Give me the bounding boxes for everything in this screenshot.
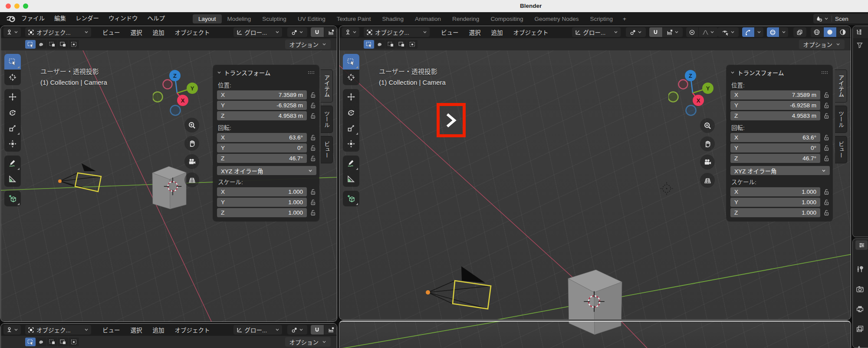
gizmos-dropdown[interactable] — [755, 27, 763, 37]
editor-type-button[interactable] — [342, 27, 359, 37]
select-mode-button-4[interactable] — [396, 40, 407, 49]
annotation-highlight-box[interactable] — [437, 103, 466, 137]
snap-toggle-button[interactable] — [649, 27, 662, 37]
select-mode-button-1[interactable] — [25, 40, 36, 49]
menu-view[interactable]: ビュー — [97, 325, 125, 334]
lock-open-icon[interactable] — [822, 112, 830, 119]
zoom-window-button[interactable] — [23, 3, 28, 9]
camera-object[interactable] — [426, 266, 491, 309]
mode-dropdown[interactable]: オブジェク... — [364, 27, 430, 37]
perspective-toggle-button[interactable] — [184, 172, 199, 187]
lock-open-icon[interactable] — [309, 155, 316, 162]
overlays-dropdown[interactable] — [779, 27, 788, 37]
select-mode-button-3[interactable] — [385, 40, 396, 49]
shading-material-button[interactable] — [837, 27, 849, 37]
rotation-mode-dropdown[interactable]: XYZ オイラー角 — [730, 166, 830, 175]
select-mode-button-3[interactable] — [47, 338, 57, 346]
gizmo-y-label[interactable]: Y — [706, 85, 710, 92]
location-x-field[interactable]: X7.3589 m — [217, 90, 307, 99]
viewport1-canvas[interactable]: ユーザー・透視投影 (1) Collection | Camera Z Y X … — [1, 50, 337, 321]
gizmos-toggle-button[interactable] — [742, 27, 754, 37]
orientation-dropdown[interactable]: グロー... — [233, 325, 282, 335]
transform-tool-button[interactable] — [4, 136, 21, 152]
rotation-z-field[interactable]: Z46.7° — [730, 154, 820, 163]
menu-view[interactable]: ビュー — [97, 28, 125, 36]
snap-target-dropdown[interactable] — [324, 325, 338, 335]
location-z-field[interactable]: Z4.9583 m — [217, 111, 307, 120]
cube-object[interactable] — [568, 321, 622, 335]
select-mode-button-5[interactable] — [69, 40, 79, 49]
lock-open-icon[interactable] — [822, 91, 830, 99]
mode-dropdown[interactable]: オブジェク... — [25, 27, 91, 37]
properties-editor-type-button[interactable] — [855, 240, 868, 250]
orientation-dropdown[interactable]: グロー... — [233, 27, 282, 37]
select-box-tool-button[interactable] — [343, 54, 359, 70]
scale-z-field[interactable]: Z1.000 — [217, 208, 307, 217]
workspace-tab-compositing[interactable]: Compositing — [485, 14, 529, 23]
scale-x-field[interactable]: X1.000 — [730, 187, 820, 196]
scene-selector[interactable]: Scen — [813, 14, 868, 23]
lock-open-icon[interactable] — [309, 144, 316, 152]
viewport4-canvas[interactable] — [339, 321, 851, 348]
measure-tool-button[interactable] — [343, 171, 359, 187]
menu-add[interactable]: 追加 — [148, 28, 170, 36]
snap-target-dropdown[interactable] — [324, 27, 338, 37]
menu-file[interactable]: ファイル — [16, 12, 49, 25]
select-mode-button-2[interactable] — [375, 40, 385, 49]
menu-edit[interactable]: 編集 — [49, 12, 71, 25]
menu-select[interactable]: 選択 — [125, 28, 148, 36]
properties-tab-tool[interactable] — [856, 259, 864, 279]
gizmo-y-label[interactable]: Y — [191, 85, 194, 92]
annotate-tool-button[interactable] — [4, 156, 21, 171]
overlays-toggle-button[interactable] — [767, 27, 779, 37]
add-cube-tool-button[interactable] — [343, 191, 359, 206]
select-mode-button-3[interactable] — [47, 40, 57, 49]
options-dropdown[interactable]: オプション — [285, 40, 331, 49]
pivot-dropdown[interactable] — [287, 325, 307, 335]
menu-select[interactable]: 選択 — [464, 28, 486, 36]
pan-button[interactable] — [184, 136, 199, 151]
add-workspace-button[interactable]: + — [618, 14, 631, 23]
falloff-dropdown[interactable] — [699, 27, 718, 37]
scale-tool-button[interactable] — [4, 120, 21, 136]
scale-y-field[interactable]: Y1.000 — [217, 198, 307, 207]
pan-button[interactable] — [700, 136, 715, 151]
outliner-icon[interactable] — [855, 29, 862, 36]
sidebar-tab-tool[interactable]: ツール — [321, 106, 333, 133]
cube-object[interactable] — [152, 166, 186, 209]
minimize-window-button[interactable] — [14, 3, 20, 9]
menu-add[interactable]: 追加 — [148, 325, 170, 334]
visibility-dropdown[interactable] — [718, 27, 739, 37]
snap-toggle-button[interactable] — [311, 325, 324, 335]
properties-tab-render[interactable] — [856, 279, 864, 299]
workspace-tab-geometry-nodes[interactable]: Geometry Nodes — [529, 14, 584, 23]
location-z-field[interactable]: Z4.9583 m — [730, 111, 820, 120]
camera-view-button[interactable] — [700, 155, 715, 169]
sidebar-tab-item[interactable]: アイテム — [835, 70, 847, 103]
workspace-tab-uv-editing[interactable]: UV Editing — [292, 14, 331, 23]
select-box-tool-button[interactable] — [4, 54, 21, 70]
select-mode-button-4[interactable] — [58, 338, 68, 346]
annotate-tool-button[interactable] — [343, 156, 359, 171]
lock-open-icon[interactable] — [822, 134, 830, 141]
workspace-tab-shading[interactable]: Shading — [376, 14, 409, 23]
properties-tab-view-layer[interactable] — [856, 319, 864, 339]
rotation-x-field[interactable]: X63.6° — [730, 133, 820, 142]
light-object[interactable] — [660, 182, 673, 195]
close-window-button[interactable] — [6, 3, 11, 9]
menu-object[interactable]: オブジェクト — [170, 325, 215, 334]
cursor-tool-button[interactable] — [4, 70, 21, 85]
select-mode-button-5[interactable] — [69, 338, 79, 346]
camera-view-button[interactable] — [184, 154, 199, 169]
lock-open-icon[interactable] — [822, 155, 830, 162]
rotation-x-field[interactable]: X63.6° — [217, 133, 307, 142]
menu-render[interactable]: レンダー — [71, 12, 104, 25]
select-mode-button-5[interactable] — [407, 40, 418, 49]
select-mode-button-1[interactable] — [364, 40, 374, 49]
lock-open-icon[interactable] — [309, 102, 316, 109]
shading-rendered-button[interactable] — [850, 27, 852, 37]
transform-panel-header[interactable]: トランスフォーム — [727, 67, 832, 78]
shading-wireframe-button[interactable] — [811, 27, 823, 37]
gizmo-z-label[interactable]: Z — [689, 73, 692, 79]
rotation-y-field[interactable]: Y0° — [217, 143, 307, 152]
